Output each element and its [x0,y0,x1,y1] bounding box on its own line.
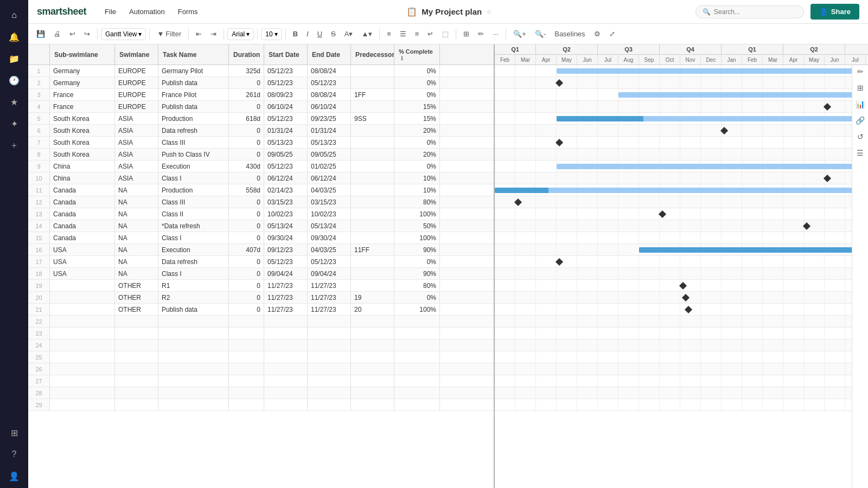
gantt-row[interactable] [495,137,868,149]
duration-cell[interactable] [229,328,264,339]
sub-swimlane-cell[interactable]: Canada [50,220,115,232]
sidebar-apps-icon[interactable]: ✦ [4,114,24,133]
sub-swimlane-cell[interactable] [50,399,115,410]
predecessors-cell[interactable] [351,232,394,243]
search-input[interactable] [714,8,795,16]
table-row[interactable]: 18 USA NA Class I 0 09/04/24 09/04/24 90… [28,268,494,280]
pct-complete-cell[interactable]: 20% [394,149,440,160]
sidebar-star-icon[interactable]: ★ [4,92,24,112]
table-row[interactable]: 29 [28,399,494,411]
sub-swimlane-cell[interactable] [50,280,115,291]
end-date-cell[interactable] [308,399,351,410]
table-row[interactable]: 17 USA NA Data refresh 0 05/12/23 05/12/… [28,256,494,268]
swimlane-cell[interactable]: ASIA [115,125,158,136]
sub-swimlane-cell[interactable] [50,304,115,315]
start-date-cell[interactable]: 09/04/24 [264,268,308,279]
pct-complete-cell[interactable]: 90% [394,244,440,255]
start-date-cell[interactable] [264,328,308,339]
share-button[interactable]: 👤 Share [810,4,859,20]
pct-complete-cell[interactable]: 0% [394,65,440,76]
end-date-cell[interactable]: 03/15/23 [308,196,351,208]
gantt-row[interactable] [495,208,868,220]
swimlane-cell[interactable]: NA [115,244,158,255]
pct-complete-cell[interactable]: 0% [394,89,440,100]
end-date-cell[interactable]: 04/03/25 [308,184,351,196]
start-date-cell[interactable]: 05/12/23 [264,65,308,76]
sub-swimlane-cell[interactable] [50,339,115,351]
settings-button[interactable]: ⚙ [590,28,604,40]
pct-complete-cell[interactable]: 100% [394,304,440,315]
start-date-cell[interactable] [264,316,308,327]
wrap-text-button[interactable]: ↵ [424,28,437,40]
task-name-cell[interactable]: Publish data [158,304,229,315]
gantt-row[interactable] [495,328,868,339]
end-date-cell[interactable]: 06/10/24 [308,101,351,112]
start-date-cell[interactable]: 02/14/23 [264,184,308,196]
task-name-cell[interactable]: Push to Class IV [158,149,229,160]
predecessors-cell[interactable] [351,316,394,327]
duration-cell[interactable]: 0 [229,125,264,136]
table-row[interactable]: 1 Germany EUROPE Germany Pilot 325d 05/1… [28,65,494,77]
predecessors-cell[interactable] [351,375,394,387]
pct-complete-cell[interactable] [394,375,440,387]
sub-swimlane-cell[interactable]: South Korea [50,125,115,136]
pct-complete-cell[interactable]: 0% [394,256,440,267]
end-date-cell[interactable]: 08/08/24 [308,89,351,100]
duration-cell[interactable]: 0 [229,172,264,184]
end-date-cell[interactable]: 11/27/23 [308,304,351,315]
predecessors-header[interactable]: Predecessors [351,44,394,65]
swimlane-cell[interactable]: NA [115,184,158,196]
predecessors-cell[interactable]: 19 [351,292,394,303]
duration-cell[interactable]: 0 [229,137,264,148]
start-date-cell[interactable]: 05/12/23 [264,77,308,88]
predecessors-cell[interactable]: 11FF [351,244,394,255]
start-date-cell[interactable]: 09/05/25 [264,149,308,160]
highlight2-button[interactable]: ✏ [474,28,488,40]
table-row[interactable]: 15 Canada NA Class I 0 09/30/24 09/30/24… [28,232,494,244]
gantt-row[interactable] [495,101,868,113]
task-name-cell[interactable]: Data refresh [158,256,229,267]
predecessors-cell[interactable] [351,220,394,232]
start-date-cell[interactable]: 03/15/23 [264,196,308,208]
end-date-cell[interactable] [308,351,351,363]
strikethrough-button[interactable]: S [327,28,340,40]
swimlane-cell[interactable]: NA [115,208,158,220]
duration-cell[interactable]: 430d [229,160,264,172]
swimlane-cell[interactable] [115,339,158,351]
predecessors-cell[interactable] [351,363,394,375]
task-name-cell[interactable]: Publish data [158,101,229,112]
sub-swimlane-cell[interactable] [50,375,115,387]
sub-swimlane-cell[interactable]: France [50,89,115,100]
print-button[interactable]: 🖨 [50,28,65,40]
task-name-cell[interactable] [158,399,229,410]
pct-complete-cell[interactable]: 10% [394,172,440,184]
swimlane-cell[interactable] [115,351,158,363]
task-name-cell[interactable]: Class II [158,208,229,220]
format-button[interactable]: ⬚ [438,28,452,40]
predecessors-cell[interactable] [351,137,394,148]
duration-cell[interactable]: 0 [229,268,264,279]
start-date-cell[interactable]: 05/13/24 [264,220,308,232]
end-date-cell[interactable] [308,375,351,387]
zoom-in-button[interactable]: 🔍+ [509,28,530,40]
pct-complete-cell[interactable]: 20% [394,125,440,136]
predecessors-cell[interactable] [351,184,394,196]
duration-cell[interactable]: 0 [229,304,264,315]
swimlane-cell[interactable]: OTHER [115,280,158,291]
task-name-cell[interactable] [158,351,229,363]
sidebar-help-icon[interactable]: ? [4,445,24,464]
start-date-cell[interactable] [264,363,308,375]
task-name-cell[interactable] [158,328,229,339]
end-date-cell[interactable]: 11/27/23 [308,292,351,303]
duration-cell[interactable]: 0 [229,101,264,112]
duration-cell[interactable] [229,363,264,375]
end-date-cell[interactable]: 05/12/23 [308,256,351,267]
favorite-icon[interactable]: ☆ [486,8,492,16]
pct-complete-cell[interactable]: 100% [394,232,440,243]
bold-button[interactable]: B [289,28,302,40]
gantt-row[interactable] [495,232,868,244]
swimlane-cell[interactable]: NA [115,220,158,232]
end-date-cell[interactable] [308,328,351,339]
swimlane-cell[interactable]: NA [115,232,158,243]
task-name-cell[interactable]: France Pilot [158,89,229,100]
